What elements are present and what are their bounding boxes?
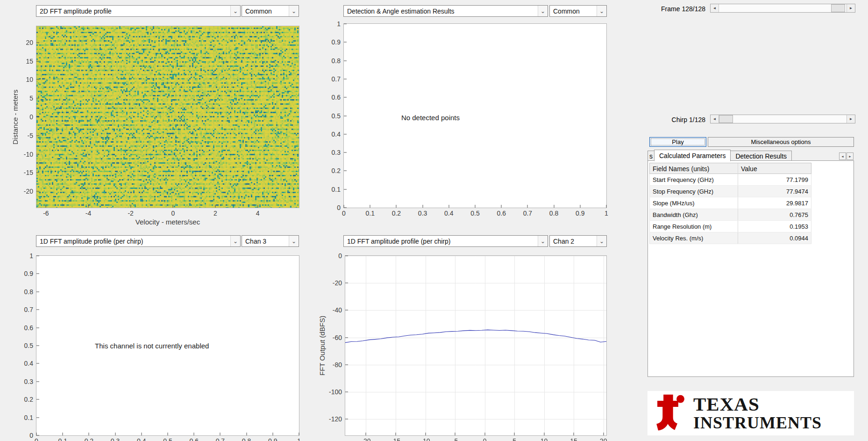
table-row[interactable]: Start Frequency (GHz)77.1799 — [649, 174, 811, 186]
y-tick-mark — [345, 419, 348, 419]
chirp-counter-label: Chirp 1/128 — [653, 116, 705, 123]
frame-counter-label: Frame 128/128 — [653, 5, 705, 13]
x-tick-label: -15 — [391, 437, 400, 441]
x-tick-label: 0.5 — [163, 437, 172, 441]
x-tick-label: 0.8 — [549, 210, 558, 217]
y-tick-label: 1 — [29, 252, 33, 260]
x-tick-mark — [366, 433, 366, 435]
axes-2dfft: -6-4-202420151050-5-10-15-20 — [36, 26, 299, 208]
frame-slider-track[interactable] — [719, 4, 847, 12]
y-tick-label: 0.8 — [24, 288, 33, 296]
y-tick-mark — [344, 60, 347, 61]
y-tick-mark — [344, 208, 347, 208]
y-tick-mark — [36, 98, 39, 99]
field-name-cell: Slope (MHz/us) — [650, 197, 738, 209]
tab-label: s — [649, 152, 653, 160]
slider-left-arrow-icon[interactable]: ◄ — [711, 115, 719, 123]
plot-chan2: -20-15-10-5051015200-20-40-60-80-100-120… — [345, 255, 607, 436]
frame-slider-thumb[interactable] — [831, 4, 845, 12]
chirp-slider-thumb[interactable] — [719, 115, 733, 123]
x-tick-mark — [299, 433, 299, 435]
field-name-cell: Bandwidth (Ghz) — [650, 209, 738, 220]
chevron-down-icon[interactable]: ⌄ — [597, 6, 606, 16]
chevron-down-icon[interactable]: ⌄ — [538, 6, 548, 16]
tab-scroll-right-icon[interactable]: ► — [847, 152, 854, 160]
no-detected-points-text: No detected points — [401, 114, 460, 122]
y-tick-mark — [36, 399, 39, 400]
x-tick-label: 0 — [35, 437, 38, 441]
chevron-down-icon[interactable]: ⌄ — [289, 6, 299, 16]
x-tick-mark — [63, 433, 63, 435]
combo-value: 1D FFT amplitude profile (per chirp) — [36, 238, 230, 245]
chevron-down-icon[interactable]: ⌄ — [289, 236, 299, 246]
y-tick-mark — [36, 381, 39, 382]
slider-left-arrow-icon[interactable]: ◄ — [711, 4, 719, 12]
field-value-cell: 0.7675 — [738, 209, 811, 220]
x-tick-label: -20 — [361, 437, 370, 441]
x-axis-label-velocity: Velocity - meters/sec — [36, 218, 299, 226]
plot-type-dropdown-top-middle[interactable]: Detection & Angle estimation Results ⌄ — [343, 5, 548, 17]
y-tick-mark — [36, 117, 39, 117]
x-tick-label: 0.4 — [137, 437, 146, 441]
axes-detection: 00.10.20.30.40.50.60.70.80.9100.10.20.30… — [344, 24, 606, 208]
tab-clipped[interactable]: s — [647, 151, 655, 161]
chevron-down-icon[interactable]: ⌄ — [230, 6, 240, 16]
plot-type-dropdown-bottom-left[interactable]: 1D FFT amplitude profile (per chirp) ⌄ — [36, 235, 241, 247]
field-value-cell: 0.1953 — [738, 221, 811, 232]
chevron-down-icon[interactable]: ⌄ — [230, 236, 240, 246]
channel-dropdown-top-middle[interactable]: Common ⌄ — [549, 5, 607, 17]
x-tick-label: 0.2 — [392, 210, 401, 217]
chirp-slider-track[interactable] — [719, 115, 847, 123]
plot-type-dropdown-bottom-middle[interactable]: 1D FFT amplitude profile (per chirp) ⌄ — [343, 235, 548, 247]
x-tick-label: 0.8 — [242, 437, 251, 441]
channel-dropdown-bottom-middle[interactable]: Chan 2 ⌄ — [549, 235, 607, 247]
y-axis-label-distance: Distance - meters — [11, 26, 19, 208]
channel-dropdown-bottom-left[interactable]: Chan 3 ⌄ — [242, 235, 299, 247]
field-value-cell: 29.9817 — [738, 197, 811, 209]
y-tick-label: 0.5 — [332, 112, 341, 120]
slider-right-arrow-icon[interactable]: ► — [847, 4, 855, 12]
y-tick-mark — [344, 189, 347, 189]
x-tick-label: 4 — [256, 210, 260, 217]
tab-scroll-left-icon[interactable]: ◄ — [839, 152, 846, 160]
y-tick-label: 0 — [29, 113, 33, 121]
miscellaneous-options-button[interactable]: Miscellaneous options — [708, 137, 854, 147]
x-tick-label: 0 — [171, 210, 175, 217]
table-row[interactable]: Slope (MHz/us)29.9817 — [649, 197, 811, 209]
y-tick-mark — [345, 310, 348, 311]
table-header[interactable]: Field Names (units) Value — [649, 163, 811, 174]
slider-right-arrow-icon[interactable]: ► — [847, 115, 855, 123]
y-tick-mark — [344, 116, 347, 116]
y-tick-mark — [36, 61, 39, 61]
table-row[interactable]: Range Resolution (m)0.1953 — [649, 221, 811, 232]
x-tick-label: -2 — [128, 210, 133, 217]
x-tick-mark — [194, 433, 194, 435]
chevron-down-icon[interactable]: ⌄ — [597, 236, 606, 246]
app-window: 2D FFT amplitude profile ⌄ Common ⌄ -6-4… — [0, 0, 868, 441]
tab-label: Calculated Parameters — [659, 152, 726, 159]
combo-value: Chan 3 — [242, 238, 289, 245]
table-row[interactable]: Velocity Res. (m/s)0.0944 — [649, 232, 811, 244]
y-tick-label: -80 — [333, 361, 342, 369]
tab-detection-results[interactable]: Detection Results — [730, 151, 792, 161]
x-tick-label: 0.7 — [523, 210, 532, 217]
y-tick-label: 0.9 — [24, 270, 33, 277]
tab-calculated-parameters[interactable]: Calculated Parameters — [654, 150, 731, 161]
play-button[interactable]: Play — [649, 137, 706, 147]
plot-type-dropdown-top-left[interactable]: 2D FFT amplitude profile ⌄ — [36, 5, 241, 17]
y-tick-mark — [345, 364, 348, 365]
table-row[interactable]: Bandwidth (Ghz)0.7675 — [649, 209, 811, 221]
chirp-slider[interactable]: ◄ ► — [710, 115, 855, 123]
x-tick-mark — [272, 433, 273, 435]
y-tick-label: -60 — [333, 334, 342, 341]
frame-slider[interactable]: ◄ ► — [710, 4, 855, 13]
table-row[interactable]: Stop Frequency (GHz)77.9474 — [649, 186, 811, 197]
x-tick-label: 10 — [541, 437, 548, 441]
channel-dropdown-top-left[interactable]: Common ⌄ — [242, 5, 299, 17]
y-tick-mark — [36, 363, 39, 364]
channel-disabled-text: This channel is not currently enabled — [95, 342, 209, 350]
y-tick-label: 0 — [29, 432, 33, 439]
calculated-parameters-panel: Field Names (units) Value Start Frequenc… — [647, 160, 854, 377]
chevron-down-icon[interactable]: ⌄ — [538, 236, 548, 246]
combo-value: Common — [242, 7, 289, 15]
